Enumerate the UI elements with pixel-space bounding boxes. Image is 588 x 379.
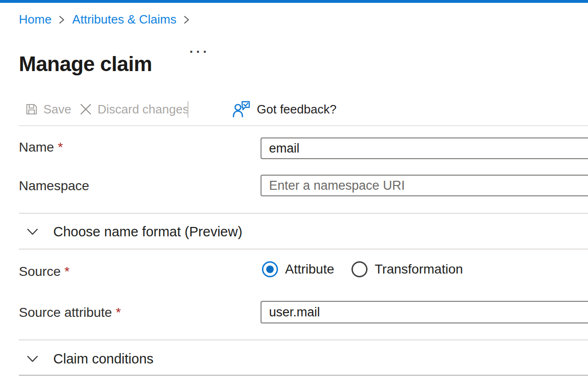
section-choose-name-format[interactable]: Choose name format (Preview) [19,219,588,244]
chevron-right-icon [59,15,65,24]
got-feedback-label: Got feedback? [257,98,336,121]
section-claim-conditions[interactable]: Claim conditions [19,347,588,371]
save-icon [24,102,39,116]
discard-label-wrap: Discard changes [98,98,189,121]
toolbar-divider [19,125,588,126]
breadcrumb-link-attributes-claims[interactable]: Attributes & Claims [72,12,176,27]
dismiss-x-icon [79,102,93,116]
name-label: Name* [19,140,63,155]
command-toolbar: Save Discard changes Got feedback? [19,98,588,121]
name-input[interactable] [261,137,588,159]
save-label-wrap: Save [43,98,71,121]
radio-attribute[interactable]: Attribute [262,261,334,277]
save-button[interactable] [24,98,39,121]
source-label: Source* [19,264,70,279]
source-radio-group: Attribute Transformation [262,261,463,277]
top-accent-bar [0,0,588,3]
section-divider [19,375,588,376]
source-attribute-label-text: Source attribute [19,305,112,320]
radio-transformation-label: Transformation [375,262,463,277]
section-divider [19,339,588,340]
discard-changes-label: Discard changes [98,98,189,121]
section-divider [19,213,588,214]
breadcrumb-link-home[interactable]: Home [19,12,51,27]
section-divider [19,249,588,250]
required-asterisk: * [116,305,121,320]
radio-selected-icon [262,261,278,277]
discard-changes-button[interactable] [79,98,93,121]
got-feedback-button[interactable] [232,98,251,121]
source-attribute-label: Source attribute* [19,305,121,320]
chevron-down-icon [27,228,38,235]
title-context-menu-button[interactable]: ··· [189,44,210,59]
required-asterisk: * [58,140,63,154]
feedback-person-icon [232,100,251,118]
required-asterisk: * [65,264,70,279]
source-attribute-input[interactable] [261,301,588,323]
save-label: Save [43,98,71,121]
section-label: Choose name format (Preview) [53,224,242,240]
section-label: Claim conditions [53,351,154,367]
feedback-label-wrap: Got feedback? [257,98,336,121]
radio-attribute-label: Attribute [285,262,334,277]
radio-unselected-icon [351,261,368,277]
name-label-text: Name [19,140,54,154]
radio-transformation[interactable]: Transformation [351,261,463,277]
page-title: Manage claim [19,52,152,76]
breadcrumb: Home Attributes & Claims [19,12,189,27]
chevron-right-icon [184,15,189,24]
source-label-text: Source [19,264,61,279]
namespace-label: Namespace [19,178,89,194]
toolbar-vertical-divider [188,101,188,118]
namespace-input[interactable] [261,175,588,196]
chevron-down-icon [27,355,38,363]
